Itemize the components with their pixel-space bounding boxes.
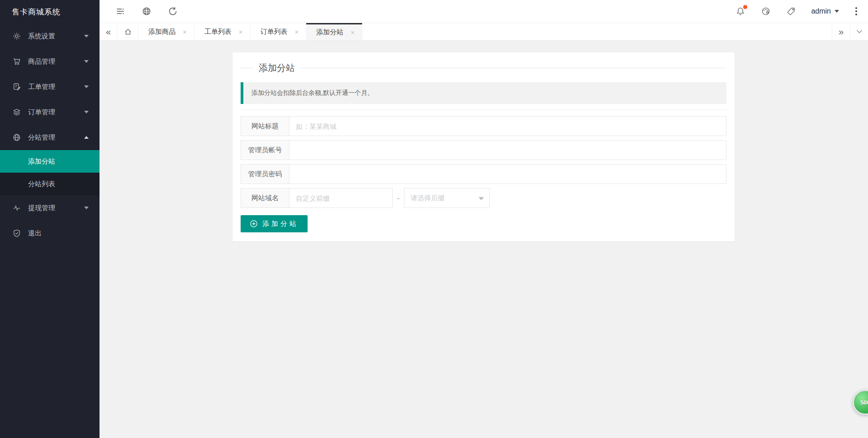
chevron-down-icon [84,60,89,63]
chevron-down-icon [84,111,89,113]
chevron-down-icon [835,10,839,13]
info-alert: 添加分站会扣除后台余额,默认开通一个月。 [241,82,726,104]
admin-password-input[interactable] [289,164,726,184]
sidebar-item-label: 提现管理 [28,204,84,212]
sidebar-item-label: 工单管理 [28,83,84,91]
sidebar-nav: 系统设置 商品管理 [0,24,100,246]
form-row-site-title: 网站标题 [241,116,726,136]
cart-icon [13,57,22,66]
user-name: admin [811,7,831,15]
chevron-down-icon [479,197,484,200]
tab-order-list[interactable]: 订单列表 × [251,23,307,40]
site-domain-label: 网站域名 [241,188,289,208]
domain-prefix-input[interactable] [289,188,393,208]
top-bar-right: admin [735,5,868,17]
shield-check-icon [13,229,22,238]
domain-suffix-select[interactable]: 请选择后缀 [404,188,490,208]
tab-label: 订单列表 [261,28,288,36]
sidebar-item-label: 订单管理 [28,108,84,117]
tabs-dropdown-button[interactable] [850,23,868,40]
select-placeholder: 请选择后缀 [411,194,445,203]
tabs-scroll-left-button[interactable]: « [100,23,118,40]
site-title-label: 网站标题 [241,116,289,136]
close-icon[interactable]: × [183,28,187,36]
form-row-site-domain: 网站域名 - 请选择后缀 [241,188,726,208]
home-icon [124,28,132,36]
gear-icon [13,32,22,41]
tabs-scroll-right-button[interactable]: » [832,23,850,40]
sidebar-subitem-label: 分站列表 [28,180,55,188]
close-icon[interactable]: × [295,28,299,36]
add-substation-card: 添加分站 添加分站会扣除后台余额,默认开通一个月。 网站标题 管理员帐号 管理员… [232,52,735,241]
notification-dot [743,5,747,9]
sidebar-item-order-management[interactable]: 订单管理 [0,99,100,125]
admin-password-label: 管理员密码 [241,164,289,184]
main-content: 添加分站 添加分站会扣除后台余额,默认开通一个月。 网站标题 管理员帐号 管理员… [100,41,868,438]
sidebar-item-label: 分站管理 [28,133,84,142]
chevron-down-icon [84,207,89,209]
plus-circle-icon [250,220,258,228]
tab-bar: « 添加商品 × 工单列表 × 订单列表 × 添加分站 × » [100,23,868,41]
sidebar-item-withdrawal-management[interactable]: 提现管理 [0,195,100,221]
sidebar-subitem-substation-list[interactable]: 分站列表 [0,173,100,195]
chevron-down-icon [84,85,89,88]
tab-spacer [362,23,832,40]
globe-icon [13,133,22,142]
chevron-down-icon [856,28,863,35]
site-title-input[interactable] [289,116,726,136]
collapse-sidebar-icon[interactable] [115,6,126,17]
tab-add-substation[interactable]: 添加分站 × [306,23,362,40]
screen: 售卡商城系统 系统设置 [0,0,868,438]
refresh-icon[interactable] [167,6,178,17]
sidebar-item-substation-management[interactable]: 分站管理 [0,125,100,150]
work-order-icon [13,82,22,91]
chevron-up-icon [84,136,89,139]
kebab-menu-icon[interactable] [854,5,859,17]
top-bar: admin [100,0,868,23]
sidebar-item-work-order-management[interactable]: 工单管理 [0,74,100,99]
close-icon[interactable]: × [351,28,355,36]
tab-label: 添加分站 [316,28,343,37]
divider [241,109,726,110]
floating-badge-text: 500 [860,399,868,406]
sidebar-item-system-settings[interactable]: 系统设置 [0,24,100,49]
sidebar-subitem-label: 添加分站 [28,157,55,166]
form-row-admin-account: 管理员帐号 [241,140,726,160]
sidebar-item-product-management[interactable]: 商品管理 [0,49,100,74]
chevron-down-icon [84,35,89,38]
close-icon[interactable]: × [239,28,243,36]
home-tab-button[interactable] [118,23,138,40]
sidebar-item-label: 商品管理 [28,57,84,66]
pulse-icon [13,203,22,212]
palette-icon[interactable] [760,6,771,17]
layers-icon [13,108,22,117]
card-title: 添加分站 [241,61,726,75]
admin-account-label: 管理员帐号 [241,140,289,160]
globe-icon[interactable] [141,6,152,17]
sidebar-subitem-add-substation[interactable]: 添加分站 [0,150,100,173]
app-logo: 售卡商城系统 [0,0,100,24]
add-substation-button[interactable]: 添加分站 [241,215,308,232]
form-row-admin-password: 管理员密码 [241,164,726,184]
app-title: 售卡商城系统 [12,7,61,17]
sidebar-item-label: 退出 [28,229,89,238]
top-bar-left [100,6,178,17]
bell-icon[interactable] [735,6,746,17]
user-menu[interactable]: admin [811,7,839,15]
alert-text: 添加分站会扣除后台余额,默认开通一个月。 [251,89,374,97]
tab-work-order-list[interactable]: 工单列表 × [194,23,251,40]
tab-add-product[interactable]: 添加商品 × [138,23,194,40]
add-substation-button-label: 添加分站 [262,220,299,228]
sidebar-item-label: 系统设置 [28,32,84,41]
admin-account-input[interactable] [289,140,726,160]
tag-icon[interactable] [786,6,797,17]
tab-label: 工单列表 [204,28,232,36]
domain-separator: - [397,188,399,208]
card-title-text: 添加分站 [259,62,295,74]
sidebar: 售卡商城系统 系统设置 [0,0,100,438]
tab-label: 添加商品 [148,28,175,36]
sidebar-item-logout[interactable]: 退出 [0,221,100,246]
